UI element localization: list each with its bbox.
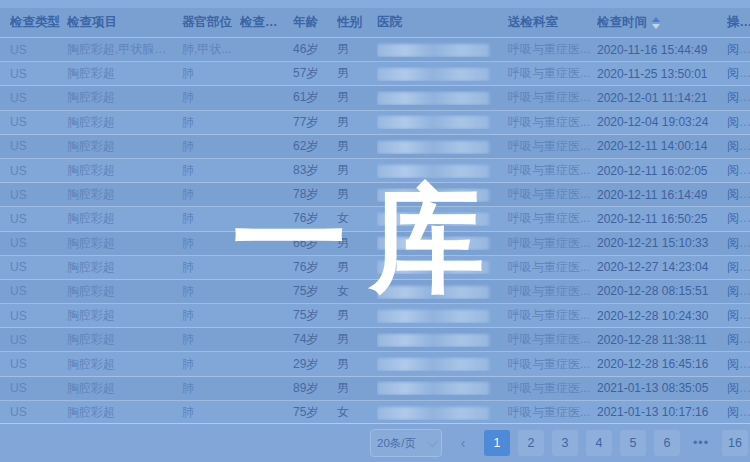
page-button-6[interactable]: 6 — [654, 430, 680, 456]
cell-department: 呼吸与重症医... — [508, 114, 597, 131]
view-images-link[interactable]: 阅片 — [727, 115, 750, 129]
redacted-hospital-value — [377, 189, 489, 202]
view-images-link[interactable]: 阅片 — [727, 284, 750, 298]
cell-department: 呼吸与重症医... — [508, 235, 597, 252]
cell-exam-project: 胸腔彩超 — [67, 404, 182, 421]
cell-organ-part: 肺 — [182, 283, 240, 300]
redacted-hospital-value — [377, 165, 489, 178]
cell-department: 呼吸与重症医... — [508, 41, 597, 58]
cell-exam-time: 2020-12-28 11:38:11 — [597, 333, 727, 347]
col-header-exam-project: 检查项目 — [67, 14, 182, 31]
view-images-link[interactable]: 阅片 — [727, 357, 750, 371]
cell-organ-part: 肺,甲状... — [182, 41, 240, 58]
cell-action: 阅片 — [727, 331, 750, 348]
page-button-2[interactable]: 2 — [518, 430, 544, 456]
page-button-3[interactable]: 3 — [552, 430, 578, 456]
page-size-select[interactable]: 20条/页 — [370, 429, 442, 457]
top-strip — [0, 0, 750, 8]
cell-exam-project: 胸腔彩超,甲状腺彩超 — [67, 41, 182, 58]
cell-exam-time: 2020-12-11 16:14:49 — [597, 188, 727, 202]
page-button-16[interactable]: 16 — [722, 430, 748, 456]
table-row: US胸腔彩超肺77岁男呼吸与重症医...2020-12-04 19:03:24阅… — [0, 111, 750, 135]
cell-exam-time: 2020-12-28 10:24:30 — [597, 309, 727, 323]
sort-desc-icon — [652, 24, 660, 29]
table-row: US胸腔彩超肺29岁男呼吸与重症医...2020-12-28 16:45:16阅… — [0, 352, 750, 376]
cell-organ-part: 肺 — [182, 356, 240, 373]
col-header-gender: 性别 — [337, 14, 377, 31]
redacted-hospital-value — [377, 382, 489, 395]
view-images-link[interactable]: 阅片 — [727, 42, 750, 56]
cell-exam-time: 2020-12-01 11:14:21 — [597, 91, 727, 105]
cell-gender: 女 — [337, 283, 377, 300]
view-images-link[interactable]: 阅片 — [727, 308, 750, 322]
cell-hospital — [377, 381, 508, 395]
cell-exam-project: 胸腔彩超 — [67, 380, 182, 397]
cell-age: 76岁 — [293, 210, 337, 227]
cell-age: 61岁 — [293, 89, 337, 106]
col-header-exam-time[interactable]: 检查时间 — [597, 14, 727, 31]
cell-department: 呼吸与重症医... — [508, 186, 597, 203]
redacted-hospital-value — [377, 68, 489, 81]
col-header-department: 送检科室 — [508, 14, 597, 31]
cell-age: 57岁 — [293, 65, 337, 82]
table-row: US胸腔彩超肺62岁男呼吸与重症医...2020-12-11 14:00:14阅… — [0, 135, 750, 159]
cell-department: 呼吸与重症医... — [508, 331, 597, 348]
sort-caret-icon[interactable] — [652, 17, 660, 29]
cell-action: 阅片 — [727, 210, 750, 227]
view-images-link[interactable]: 阅片 — [727, 163, 750, 177]
view-images-link[interactable]: 阅片 — [727, 381, 750, 395]
cell-exam-type: US — [10, 333, 67, 347]
cell-organ-part: 肺 — [182, 186, 240, 203]
cell-age: 29岁 — [293, 356, 337, 373]
cell-department: 呼吸与重症医... — [508, 356, 597, 373]
cell-hospital — [377, 67, 508, 81]
cell-action: 阅片 — [727, 186, 750, 203]
cell-age: 83岁 — [293, 162, 337, 179]
cell-exam-project: 胸腔彩超 — [67, 283, 182, 300]
cell-exam-type: US — [10, 309, 67, 323]
cell-hospital — [377, 236, 508, 250]
cell-exam-project: 胸腔彩超 — [67, 138, 182, 155]
page-buttons: 123456 — [484, 430, 680, 456]
view-images-link[interactable]: 阅片 — [727, 332, 750, 346]
cell-organ-part: 肺 — [182, 235, 240, 252]
page-button-1[interactable]: 1 — [484, 430, 510, 456]
exam-time-label: 检查时间 — [597, 15, 647, 29]
cell-action: 阅片 — [727, 380, 750, 397]
redacted-hospital-value — [377, 358, 489, 371]
page-button-5[interactable]: 5 — [620, 430, 646, 456]
col-header-action: 操作 — [727, 14, 750, 31]
cell-organ-part: 肺 — [182, 210, 240, 227]
prev-page-button[interactable]: ‹ — [450, 430, 476, 456]
cell-exam-type: US — [10, 381, 67, 395]
cell-department: 呼吸与重症医... — [508, 404, 597, 421]
cell-hospital — [377, 308, 508, 322]
cell-department: 呼吸与重症医... — [508, 307, 597, 324]
cell-gender: 男 — [337, 114, 377, 131]
more-pages-button[interactable]: ••• — [688, 430, 714, 456]
cell-age: 46岁 — [293, 41, 337, 58]
cell-age: 74岁 — [293, 331, 337, 348]
table-row: US胸腔彩超肺75岁男呼吸与重症医...2020-12-28 10:24:30阅… — [0, 304, 750, 328]
cell-age: 76岁 — [293, 259, 337, 276]
view-images-link[interactable]: 阅片 — [727, 405, 750, 419]
view-images-link[interactable]: 阅片 — [727, 139, 750, 153]
cell-action: 阅片 — [727, 162, 750, 179]
view-images-link[interactable]: 阅片 — [727, 90, 750, 104]
cell-exam-time: 2020-12-11 14:00:14 — [597, 139, 727, 153]
view-images-link[interactable]: 阅片 — [727, 66, 750, 80]
view-images-link[interactable]: 阅片 — [727, 187, 750, 201]
table-row: US胸腔彩超肺74岁男呼吸与重症医...2020-12-28 11:38:11阅… — [0, 328, 750, 352]
cell-exam-project: 胸腔彩超 — [67, 89, 182, 106]
cell-gender: 男 — [337, 186, 377, 203]
cell-exam-project: 胸腔彩超 — [67, 65, 182, 82]
cell-exam-project: 胸腔彩超 — [67, 259, 182, 276]
cell-gender: 女 — [337, 404, 377, 421]
cell-gender: 男 — [337, 65, 377, 82]
redacted-hospital-value — [377, 407, 489, 420]
view-images-link[interactable]: 阅片 — [727, 236, 750, 250]
view-images-link[interactable]: 阅片 — [727, 260, 750, 274]
view-images-link[interactable]: 阅片 — [727, 211, 750, 225]
cell-action: 阅片 — [727, 307, 750, 324]
page-button-4[interactable]: 4 — [586, 430, 612, 456]
